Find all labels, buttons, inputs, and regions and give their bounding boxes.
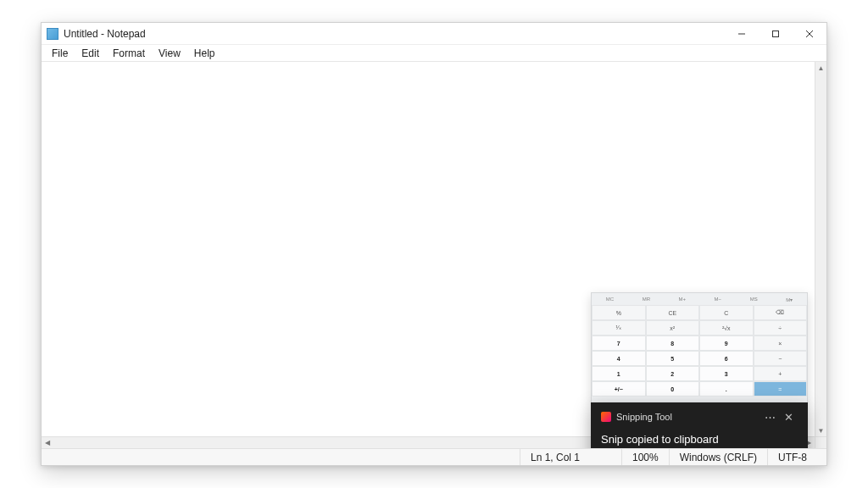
scroll-up-icon[interactable]: ▲: [815, 62, 827, 74]
calc-key-0[interactable]: 0: [646, 381, 700, 396]
calc-key-[interactable]: +: [754, 366, 808, 381]
calc-mem-2[interactable]: M+: [679, 297, 687, 302]
calc-key-1[interactable]: 1: [592, 366, 646, 381]
calc-key-[interactable]: −: [754, 351, 808, 366]
calc-mem-3[interactable]: M−: [715, 297, 722, 302]
calc-key-5[interactable]: 5: [646, 351, 700, 366]
calculator-keypad: %CEC⌫¹⁄ₓx²²√x÷789×456−123++/−0.=: [592, 305, 807, 396]
menu-bar: File Edit Format View Help: [42, 45, 826, 62]
status-encoding: UTF-8: [767, 449, 826, 465]
calc-key-[interactable]: ÷: [754, 320, 808, 336]
calc-key-[interactable]: ⌫: [754, 305, 808, 320]
menu-edit[interactable]: Edit: [75, 47, 106, 60]
calc-key-[interactable]: +/−: [592, 381, 646, 396]
calc-key-[interactable]: =: [754, 381, 808, 396]
editor-area-wrap: ▲ ▼ ◀ ▶ MCMRM+M−MSM▾ %CEC⌫¹⁄ₓx²²√x÷789×4…: [42, 62, 826, 448]
scroll-left-icon[interactable]: ◀: [42, 437, 53, 449]
toast-more-button[interactable]: ⋯: [760, 411, 779, 424]
calc-key-9[interactable]: 9: [699, 336, 754, 351]
calc-key-8[interactable]: 8: [646, 336, 700, 351]
status-line-ending: Windows (CRLF): [669, 449, 767, 465]
calc-key-[interactable]: .: [699, 381, 754, 396]
calc-key-C[interactable]: C: [699, 305, 754, 320]
calc-key-[interactable]: ¹⁄ₓ: [592, 320, 646, 336]
menu-help[interactable]: Help: [187, 47, 222, 60]
calc-key-x[interactable]: x²: [646, 320, 700, 336]
calc-mem-4[interactable]: MS: [750, 297, 758, 302]
toast-header: Snipping Tool ⋯ ✕: [601, 409, 798, 424]
menu-file[interactable]: File: [45, 47, 75, 60]
scroll-corner: [815, 436, 826, 448]
calc-key-2[interactable]: 2: [646, 366, 700, 381]
calc-key-4[interactable]: 4: [592, 351, 646, 366]
window-controls: [725, 23, 826, 44]
toast-app-name: Snipping Tool: [616, 412, 760, 422]
vertical-scrollbar[interactable]: ▲ ▼: [815, 62, 826, 436]
maximize-icon: [771, 30, 780, 38]
toast-close-button[interactable]: ✕: [779, 411, 798, 424]
calc-key-7[interactable]: 7: [592, 336, 646, 351]
calc-key-[interactable]: ×: [754, 336, 808, 351]
minimize-icon: [737, 30, 746, 38]
status-bar: Ln 1, Col 1 100% Windows (CRLF) UTF-8: [42, 448, 826, 465]
toast-title: Snip copied to clipboard: [601, 433, 798, 446]
snipping-tool-icon: [601, 412, 611, 422]
calc-key-CE[interactable]: CE: [646, 305, 700, 320]
scroll-down-icon[interactable]: ▼: [815, 424, 827, 436]
calc-key-[interactable]: %: [592, 305, 646, 320]
snipping-tool-toast[interactable]: Snipping Tool ⋯ ✕ Snip copied to clipboa…: [591, 402, 808, 448]
close-button[interactable]: [793, 23, 826, 44]
menu-format[interactable]: Format: [106, 47, 152, 60]
minimize-button[interactable]: [725, 23, 759, 44]
calc-mem-0[interactable]: MC: [606, 297, 614, 302]
window-title: Untitled - Notepad: [64, 28, 146, 40]
status-position: Ln 1, Col 1: [520, 449, 621, 465]
svg-rect-1: [773, 30, 779, 36]
title-bar[interactable]: Untitled - Notepad: [42, 23, 826, 45]
calc-mem-1[interactable]: MR: [643, 297, 650, 302]
calculator-thumbnail[interactable]: MCMRM+M−MSM▾ %CEC⌫¹⁄ₓx²²√x÷789×456−123++…: [591, 292, 808, 404]
notepad-icon: [47, 28, 58, 40]
notepad-window: Untitled - Notepad File Edit Format View…: [41, 22, 827, 466]
maximize-button[interactable]: [759, 23, 793, 44]
status-zoom: 100%: [621, 449, 669, 465]
calc-key-x[interactable]: ²√x: [699, 320, 754, 336]
calc-mem-5[interactable]: M▾: [786, 297, 793, 302]
close-icon: [805, 30, 814, 38]
toast-subtitle: Select here to mark up and share the ima…: [601, 446, 798, 448]
menu-view[interactable]: View: [152, 47, 187, 60]
status-spacer: [42, 449, 520, 465]
calc-key-3[interactable]: 3: [699, 366, 754, 381]
calc-key-6[interactable]: 6: [699, 351, 754, 366]
calculator-memory-row: MCMRM+M−MSM▾: [592, 293, 807, 305]
